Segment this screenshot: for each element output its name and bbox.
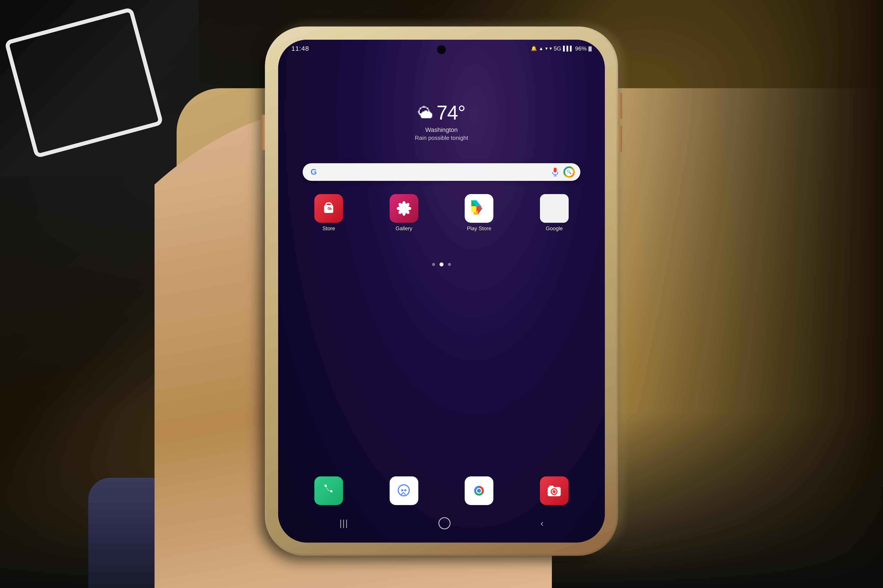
google-label: Google: [546, 225, 563, 232]
dock-item-camera[interactable]: [520, 476, 589, 505]
playstore-label: Play Store: [467, 225, 491, 232]
phone-screen: 11:48 🔔 ▲ ▾ ▾ 5G ▌▌▌ 96% ▓ 🌥 74°: [278, 40, 605, 543]
phone-device: 11:48 🔔 ▲ ▾ ▾ 5G ▌▌▌ 96% ▓ 🌥 74°: [265, 27, 618, 556]
dock-item-phone[interactable]: [295, 476, 363, 505]
google-lens-icon[interactable]: 🔍: [563, 166, 575, 178]
playstore-icon[interactable]: [465, 194, 493, 223]
page-indicator: [432, 262, 451, 266]
recent-button[interactable]: ‹: [541, 518, 543, 528]
back-button[interactable]: |||: [340, 518, 348, 528]
weather-location: Washington: [415, 126, 468, 134]
app-item-gallery[interactable]: Gallery: [370, 194, 438, 232]
google-letter: G: [311, 167, 317, 177]
google-search-bar[interactable]: G 🔍: [302, 163, 581, 181]
store-label: Store: [322, 225, 335, 232]
lens-inner: 🔍: [565, 168, 573, 176]
svg-point-31: [404, 489, 406, 491]
app-item-google[interactable]: Google: [520, 194, 589, 232]
weather-description: Rain possible tonight: [415, 135, 468, 141]
svg-rect-38: [549, 486, 554, 488]
status-time: 11:48: [291, 45, 309, 52]
weather-temperature: 74°: [436, 102, 465, 124]
gallery-icon[interactable]: [390, 194, 418, 223]
alarm-icon: ▲: [539, 46, 543, 51]
dock-apps: [295, 476, 588, 505]
store-icon[interactable]: 🛍: [314, 194, 343, 223]
status-icons: 🔔 ▲ ▾ ▾ 5G ▌▌▌ 96% ▓: [531, 45, 592, 52]
weather-icon: 🌥: [418, 104, 433, 122]
weather-main-display: 🌥 74°: [415, 102, 468, 124]
svg-marker-27: [471, 206, 476, 212]
messages-app-icon[interactable]: [390, 476, 418, 505]
volume-down-button[interactable]: [618, 126, 622, 152]
app-grid: 🛍 Store: [295, 194, 588, 232]
home-button[interactable]: [438, 517, 451, 530]
network-type: 5G: [554, 45, 561, 52]
notification-icon: 🔔: [531, 46, 537, 51]
signal-bars-icon: ▌▌▌: [563, 46, 573, 51]
dot-1: [432, 263, 435, 266]
power-button[interactable]: [261, 115, 265, 150]
battery-icon: ▓: [588, 46, 592, 51]
google-icon[interactable]: [540, 194, 569, 223]
phone-app-icon[interactable]: [314, 476, 343, 505]
app-item-store[interactable]: 🛍 Store: [295, 194, 363, 232]
wifi-icon: ▾: [545, 46, 548, 51]
dot-3: [448, 263, 451, 266]
dock-item-chrome[interactable]: [445, 476, 513, 505]
voice-search-icon[interactable]: [550, 167, 560, 177]
navigation-bar: ||| ‹: [295, 513, 588, 534]
gallery-label: Gallery: [396, 225, 412, 232]
svg-point-40: [552, 490, 556, 493]
camera-app-icon[interactable]: [540, 476, 569, 505]
weather-widget[interactable]: 🌥 74° Washington Rain possible tonight: [415, 102, 468, 141]
svg-point-36: [477, 489, 481, 493]
dot-2-active: [439, 262, 444, 266]
dock-item-messages[interactable]: [370, 476, 438, 505]
svg-point-30: [401, 489, 403, 491]
wifi-signal-icon: ▾: [549, 46, 552, 51]
svg-rect-0: [554, 168, 557, 172]
chrome-app-icon[interactable]: [465, 476, 493, 505]
app-item-playstore[interactable]: Play Store: [445, 194, 513, 232]
svg-text:🛍: 🛍: [328, 207, 332, 211]
volume-up-button[interactable]: [618, 93, 622, 119]
battery-percentage: 96%: [575, 45, 587, 52]
front-camera: [437, 45, 446, 54]
svg-marker-28: [476, 206, 481, 212]
phone-body: 11:48 🔔 ▲ ▾ ▾ 5G ▌▌▌ 96% ▓ 🌥 74°: [265, 27, 618, 556]
google-g-logo: G: [308, 166, 319, 177]
